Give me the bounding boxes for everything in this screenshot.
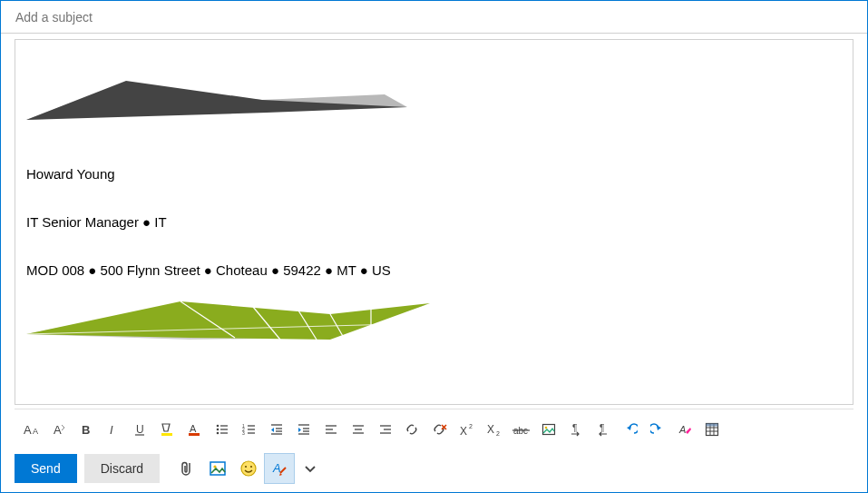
svg-rect-19 xyxy=(189,433,200,436)
insert-picture-icon[interactable] xyxy=(535,416,562,443)
svg-marker-66 xyxy=(686,428,691,434)
svg-point-20 xyxy=(217,424,219,427)
clear-format-icon[interactable]: A xyxy=(671,416,698,443)
svg-point-76 xyxy=(245,466,247,468)
svg-marker-41 xyxy=(298,428,301,432)
signature-title: IT Senior Manager ● IT xyxy=(26,214,842,230)
bold-icon[interactable]: B xyxy=(73,416,100,443)
signature-bottom-graphic xyxy=(26,294,842,360)
svg-text:A: A xyxy=(24,423,32,437)
svg-text:2: 2 xyxy=(496,430,500,437)
unlink-icon[interactable] xyxy=(426,416,454,443)
bullets-icon[interactable] xyxy=(209,416,236,443)
more-actions-icon[interactable] xyxy=(296,454,325,483)
align-center-icon[interactable] xyxy=(345,416,372,443)
font-icon[interactable]: A xyxy=(45,416,73,443)
svg-text:A: A xyxy=(33,427,38,436)
svg-point-75 xyxy=(241,461,256,476)
svg-marker-36 xyxy=(271,428,274,432)
italic-icon[interactable]: I xyxy=(100,416,127,443)
svg-point-22 xyxy=(217,428,219,430)
svg-text:3: 3 xyxy=(242,430,245,436)
font-size-icon[interactable]: AA xyxy=(18,416,45,443)
svg-text:¶: ¶ xyxy=(600,423,604,433)
svg-text:¶: ¶ xyxy=(572,423,577,433)
svg-text:A: A xyxy=(272,461,281,475)
send-button[interactable]: Send xyxy=(15,454,77,483)
outdent-icon[interactable] xyxy=(263,416,290,443)
undo-icon[interactable] xyxy=(617,416,644,443)
svg-point-24 xyxy=(217,431,219,434)
align-right-icon[interactable] xyxy=(372,416,399,443)
highlight-icon[interactable] xyxy=(154,416,181,443)
table-icon[interactable] xyxy=(698,416,726,443)
message-body[interactable]: Howard Young IT Senior Manager ● IT MOD … xyxy=(15,39,853,405)
toggle-format-icon[interactable]: A xyxy=(265,454,294,483)
align-left-icon[interactable] xyxy=(317,416,345,443)
ltr-icon[interactable]: ¶ xyxy=(562,416,590,443)
svg-text:A: A xyxy=(54,423,62,437)
emoji-icon[interactable] xyxy=(234,454,263,483)
inline-image-icon[interactable] xyxy=(203,454,232,483)
svg-text:A: A xyxy=(190,423,197,434)
format-toolbar: AA A B I U A 123 X2 X xyxy=(15,409,853,449)
underline-icon[interactable]: U xyxy=(127,416,154,443)
attach-icon[interactable] xyxy=(172,454,201,483)
font-color-icon[interactable]: A xyxy=(181,416,209,443)
svg-text:U: U xyxy=(136,423,144,436)
svg-text:X: X xyxy=(487,423,494,436)
redo-icon[interactable] xyxy=(644,416,671,443)
link-icon[interactable] xyxy=(399,416,426,443)
rtl-icon[interactable]: ¶ xyxy=(590,416,617,443)
svg-text:X: X xyxy=(460,425,467,437)
svg-text:A: A xyxy=(678,424,686,435)
superscript-icon[interactable]: X2 xyxy=(454,416,481,443)
indent-icon[interactable] xyxy=(290,416,317,443)
svg-point-60 xyxy=(545,426,548,429)
svg-marker-64 xyxy=(657,426,661,430)
subject-input[interactable] xyxy=(14,9,854,25)
signature-address: MOD 008 ● 500 Flynn Street ● Choteau ● 5… xyxy=(26,262,842,278)
svg-marker-63 xyxy=(627,426,631,430)
svg-point-77 xyxy=(250,466,252,468)
strikethrough-icon[interactable]: abc xyxy=(508,416,535,443)
numbering-icon[interactable]: 123 xyxy=(236,416,263,443)
discard-button[interactable]: Discard xyxy=(84,454,160,483)
bottom-bar: Send Discard A xyxy=(15,454,853,483)
svg-rect-17 xyxy=(161,433,172,436)
svg-rect-72 xyxy=(707,423,718,426)
svg-text:2: 2 xyxy=(469,423,473,429)
svg-text:I: I xyxy=(110,423,113,437)
subscript-icon[interactable]: X2 xyxy=(481,416,508,443)
signature-top-graphic xyxy=(26,49,842,133)
svg-text:B: B xyxy=(82,423,90,437)
signature-name: Howard Young xyxy=(26,166,842,182)
